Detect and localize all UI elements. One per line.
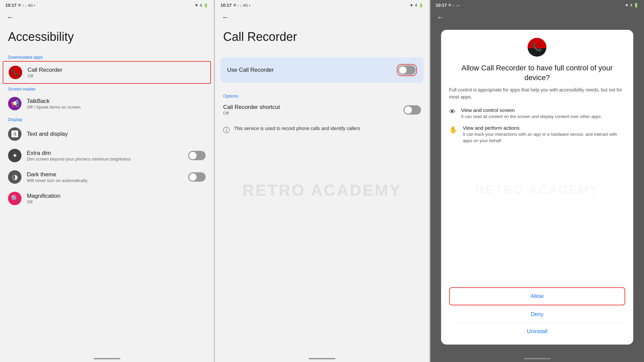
call-recorder-title: Call Recorder <box>28 67 205 73</box>
permission-perform-actions: ✋ View and perform actions It can track … <box>449 125 625 143</box>
extra-dim-subtitle: Dim screen beyond your phone's minimum b… <box>27 157 183 162</box>
dialog-subtitle: Full control is appropriate for apps tha… <box>449 86 625 101</box>
back-button-2[interactable]: ← <box>215 9 429 24</box>
info-row: ⓘ This service is used to record phone c… <box>215 120 429 137</box>
status-icons-left-3: ⚙ ↑ ↓ • <box>448 3 460 7</box>
deny-button[interactable]: Deny <box>449 307 625 322</box>
use-call-recorder-row: Use Call Recorder <box>220 57 423 83</box>
talkback-subtitle: Off / Speak items on screen <box>27 105 206 110</box>
list-item-call-recorder[interactable]: 📞 Call Recorder Off <box>3 61 211 84</box>
dark-theme-subtitle: Will never turn on automatically <box>27 178 183 183</box>
status-icons-left-1: ⚙ ↑ ↓ 4G • <box>18 3 35 7</box>
panel-dialog: 10:17 ⚙ ↑ ↓ • ▼ 4 🔋 ← 📞 Allow Call Recor… <box>430 0 644 362</box>
options-header: Options <box>215 88 429 100</box>
status-icons-right-1: ▼ 4 🔋 <box>195 3 209 8</box>
call-recorder-subtitle: Off <box>28 73 205 78</box>
list-item-extra-dim[interactable]: ✦ Extra dim Dim screen beyond your phone… <box>0 145 214 166</box>
talkback-title: TalkBack <box>27 98 206 105</box>
text-display-title: Text and display <box>27 131 206 137</box>
back-button-1[interactable]: ← <box>0 9 214 24</box>
status-bar-3: 10:17 ⚙ ↑ ↓ • ▼ 4 🔋 <box>430 0 644 9</box>
view-screen-desc: It can read all content on the screen an… <box>461 114 602 120</box>
dialog-title: Allow Call Recorder to have full control… <box>449 63 625 82</box>
magnification-icon: 🔍 <box>8 192 21 205</box>
nav-bar-1 <box>0 355 214 362</box>
list-item-text-display[interactable]: 🅰 Text and display <box>0 123 214 145</box>
section-downloaded-apps: Downloaded apps <box>0 52 214 61</box>
eye-icon: 👁 <box>449 108 456 116</box>
perform-actions-desc: It can track your interactions with an a… <box>463 131 625 143</box>
shortcut-label: Call Recorder shortcut <box>223 104 280 111</box>
view-screen-title: View and control screen <box>461 107 602 113</box>
use-call-recorder-toggle[interactable] <box>398 65 416 75</box>
dialog-content: 📞 Allow Call Recorder to have full contr… <box>430 24 644 355</box>
text-display-icon: 🅰 <box>8 127 21 141</box>
magnification-subtitle: Off <box>27 199 206 204</box>
shortcut-toggle[interactable] <box>404 105 421 115</box>
shortcut-row: Call Recorder shortcut Off <box>215 100 429 120</box>
list-item-talkback[interactable]: 📢 TalkBack Off / Speak items on screen <box>0 93 214 114</box>
uninstall-button[interactable]: Uninstall <box>449 324 625 339</box>
time-1: 10:17 <box>5 3 16 8</box>
status-icons-left-2: ⚙ ↑ ↓ 4G • <box>233 3 251 7</box>
service-desc: This service is used to record phone cal… <box>234 125 360 132</box>
magnification-title: Magnification <box>27 193 206 199</box>
info-icon: ⓘ <box>223 126 230 135</box>
app-icon-large: 📞 <box>528 38 546 57</box>
list-item-magnification[interactable]: 🔍 Magnification Off <box>0 188 214 209</box>
back-button-3[interactable]: ← <box>430 9 644 24</box>
dark-theme-icon: ◑ <box>8 170 21 184</box>
permission-view-screen: 👁 View and control screen It can read al… <box>449 107 625 120</box>
accessibility-content: Accessibility Downloaded apps 📞 Call Rec… <box>0 24 214 355</box>
page-title-2: Call Recorder <box>215 24 429 52</box>
page-title-1: Accessibility <box>0 24 214 52</box>
status-icons-right-3: ▼ 4 🔋 <box>625 3 639 8</box>
status-bar-1: 10:17 ⚙ ↑ ↓ 4G • ▼ 4 🔋 <box>0 0 214 9</box>
dark-theme-toggle[interactable] <box>188 172 206 182</box>
dialog-actions: Allow Deny Uninstall <box>449 282 625 339</box>
shortcut-subtitle: Off <box>223 111 280 116</box>
use-call-recorder-label: Use Call Recorder <box>227 67 274 73</box>
section-display: Display <box>0 114 214 123</box>
panel-accessibility: 10:17 ⚙ ↑ ↓ 4G • ▼ 4 🔋 ← Accessibility D… <box>0 0 214 362</box>
time-3: 10:17 <box>436 3 447 8</box>
status-icons-right-2: ▼ 4 🔋 <box>410 3 424 8</box>
dark-theme-title: Dark theme <box>27 171 183 178</box>
extra-dim-title: Extra dim <box>27 150 183 157</box>
call-recorder-icon: 📞 <box>9 66 22 79</box>
nav-bar-3 <box>430 355 644 362</box>
extra-dim-toggle[interactable] <box>188 151 206 160</box>
nav-bar-2 <box>215 355 429 362</box>
status-bar-2: 10:17 ⚙ ↑ ↓ 4G • ▼ 4 🔋 <box>215 0 429 9</box>
call-recorder-content: Call Recorder Use Call Recorder Options … <box>215 24 429 355</box>
allow-button[interactable]: Allow <box>449 287 625 305</box>
extra-dim-icon: ✦ <box>8 149 21 162</box>
hand-icon: ✋ <box>449 126 458 134</box>
talkback-icon: 📢 <box>8 97 21 110</box>
permission-dialog-card: 📞 Allow Call Recorder to have full contr… <box>441 30 633 345</box>
section-screen-reader: Screen reader <box>0 84 214 93</box>
time-2: 10:17 <box>220 3 231 8</box>
panel-call-recorder: 10:17 ⚙ ↑ ↓ 4G • ▼ 4 🔋 ← Call Recorder U… <box>215 0 429 362</box>
perform-actions-title: View and perform actions <box>463 125 625 131</box>
watermark-2: RETRO ACADEMY <box>243 181 401 199</box>
use-call-recorder-toggle-wrapper[interactable] <box>397 64 417 76</box>
list-item-dark-theme[interactable]: ◑ Dark theme Will never turn on automati… <box>0 166 214 188</box>
